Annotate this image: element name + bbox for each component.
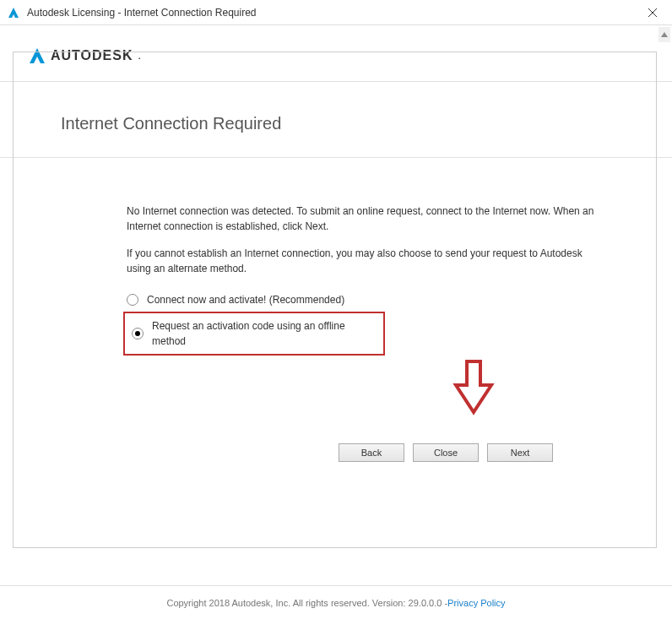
app-icon (7, 6, 20, 19)
paragraph-2: If you cannot establish an Internet conn… (127, 246, 604, 276)
titlebar: Autodesk Licensing - Internet Connection… (0, 0, 672, 25)
button-row: Back Close Next (287, 443, 604, 462)
paragraph-1: No Internet connection was detected. To … (127, 204, 604, 234)
autodesk-logo: AUTODESK. (29, 47, 672, 64)
next-button[interactable]: Next (487, 443, 553, 462)
scroll-up-arrow-icon[interactable] (658, 27, 670, 42)
radio-label-connect: Connect now and activate! (Recommended) (147, 292, 344, 307)
page-heading: Internet Connection Required (61, 114, 672, 133)
radio-icon (127, 294, 138, 306)
annotation-arrow-icon (453, 360, 495, 419)
footer-copyright: Copyright 2018 Autodesk, Inc. All rights… (166, 598, 447, 608)
radio-group: Connect now and activate! (Recommended) … (127, 288, 604, 356)
radio-selected-dot (135, 331, 140, 336)
logo-dot: . (138, 50, 141, 62)
close-window-button[interactable] (640, 0, 665, 25)
logo-text: AUTODESK (51, 48, 133, 63)
logo-area: AUTODESK. (0, 25, 672, 81)
radio-option-connect-now[interactable]: Connect now and activate! (Recommended) (127, 288, 604, 312)
body-content: No Internet connection was detected. To … (0, 158, 672, 462)
back-button[interactable]: Back (339, 443, 404, 462)
radio-label-offline: Request an activation code using an offl… (152, 318, 377, 349)
autodesk-logo-icon (29, 47, 46, 64)
scrollbar[interactable] (658, 27, 670, 586)
radio-option-offline[interactable]: Request an activation code using an offl… (123, 312, 385, 356)
close-button[interactable]: Close (413, 443, 479, 462)
radio-icon (132, 328, 144, 339)
footer: Copyright 2018 Autodesk, Inc. All rights… (0, 585, 672, 619)
content-area: AUTODESK. Internet Connection Required N… (0, 25, 672, 584)
window-title: Autodesk Licensing - Internet Connection… (27, 7, 640, 19)
privacy-policy-link[interactable]: Privacy Policy (447, 598, 505, 608)
heading-area: Internet Connection Required (0, 82, 672, 157)
